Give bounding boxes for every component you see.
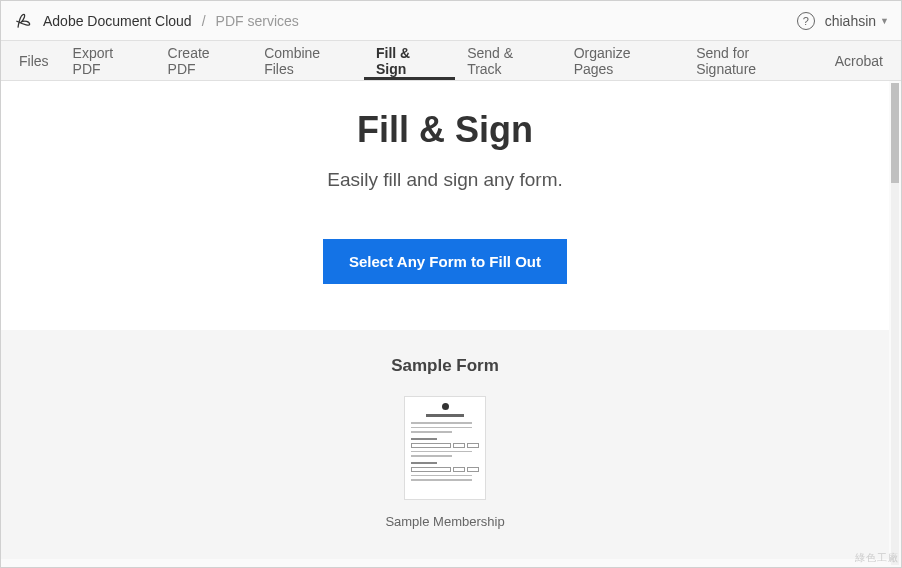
username-label: chiahsin [825, 13, 876, 29]
thumb-field [411, 443, 451, 448]
thumb-field-row [411, 443, 479, 448]
chevron-down-icon: ▼ [880, 16, 889, 26]
thumb-field-row [411, 467, 479, 472]
content-area: Fill & Sign Easily fill and sign any for… [1, 81, 901, 567]
thumb-line [411, 479, 472, 481]
thumb-field [467, 467, 479, 472]
scrollbar[interactable] [891, 83, 899, 565]
thumb-heading [426, 414, 463, 417]
page-title: Fill & Sign [21, 109, 869, 151]
tab-send-signature[interactable]: Send for Signature [684, 41, 823, 80]
watermark: 綠色工廠 [855, 551, 899, 565]
breadcrumb-separator: / [202, 13, 206, 29]
help-icon[interactable]: ? [797, 12, 815, 30]
thumb-field [411, 467, 451, 472]
thumb-field [453, 467, 465, 472]
user-menu[interactable]: chiahsin ▼ [825, 13, 889, 29]
thumb-field [467, 443, 479, 448]
acrobat-logo-icon [13, 11, 33, 31]
tab-files[interactable]: Files [7, 41, 61, 80]
thumb-field [453, 443, 465, 448]
tab-send-track[interactable]: Send & Track [455, 41, 561, 80]
sample-section-title: Sample Form [21, 356, 869, 376]
thumb-line [411, 451, 472, 453]
tab-fill-sign[interactable]: Fill & Sign [364, 41, 455, 80]
breadcrumb: Adobe Document Cloud / PDF services [13, 11, 299, 31]
thumb-line [411, 422, 472, 424]
sample-item-name: Sample Membership [21, 514, 869, 529]
thumb-line [411, 427, 472, 429]
tab-organize-pages[interactable]: Organize Pages [562, 41, 685, 80]
thumb-line [411, 455, 452, 457]
scrollbar-thumb[interactable] [891, 83, 899, 183]
thumb-logo-icon [442, 403, 449, 410]
tab-acrobat[interactable]: Acrobat [823, 41, 895, 80]
tab-combine-files[interactable]: Combine Files [252, 41, 364, 80]
sample-section: Sample Form Sample Membersh [1, 330, 889, 559]
tab-create-pdf[interactable]: Create PDF [156, 41, 253, 80]
page-subtitle: Easily fill and sign any form. [21, 169, 869, 191]
thumb-label [411, 438, 437, 440]
tab-export-pdf[interactable]: Export PDF [61, 41, 156, 80]
thumb-line [411, 475, 472, 477]
breadcrumb-sub[interactable]: PDF services [216, 13, 299, 29]
sample-form-thumbnail[interactable] [404, 396, 486, 500]
hero-section: Fill & Sign Easily fill and sign any for… [1, 81, 889, 330]
breadcrumb-main[interactable]: Adobe Document Cloud [43, 13, 192, 29]
tabs-bar: Files Export PDF Create PDF Combine File… [1, 41, 901, 81]
thumb-line [411, 431, 452, 433]
select-form-button[interactable]: Select Any Form to Fill Out [323, 239, 567, 284]
thumb-label [411, 462, 437, 464]
